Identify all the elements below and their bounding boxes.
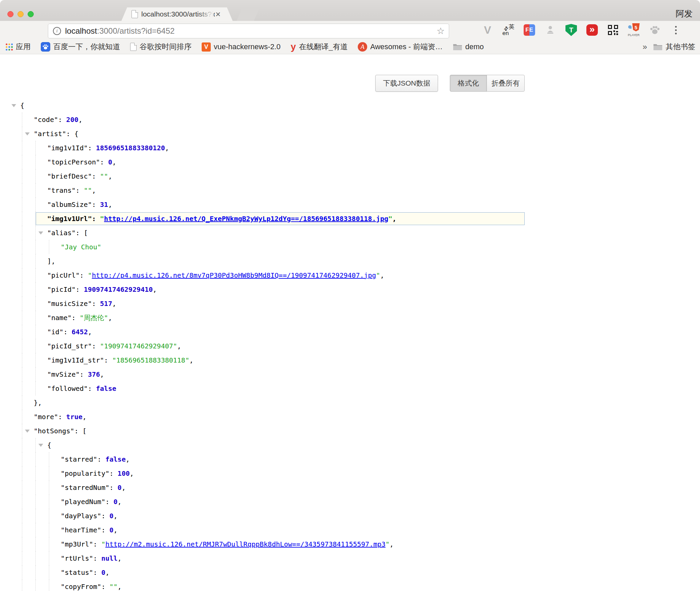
bookmarks-bar: 应用百度一下，你就知道谷歌按时间排序Vvue-hackernews-2.0y在线…	[0, 40, 700, 54]
json-line: "Jay Chou"	[0, 240, 700, 254]
proxy-extension-icon[interactable]	[544, 24, 556, 36]
json-line: "picId": 19097417462929410,	[0, 282, 700, 297]
bookmark-label: 在线翻译_有道	[299, 42, 348, 52]
title-bar: localhost:3000/artists?id=645 × 阿发	[0, 0, 700, 21]
json-line: ],	[0, 254, 700, 268]
json-line: "followed": false	[0, 381, 700, 396]
document-icon	[130, 43, 137, 51]
browser-window: localhost:3000/artists?id=645 × 阿发 ← → ⟳…	[0, 0, 700, 591]
maximize-window-button[interactable]	[28, 11, 34, 17]
profile-name[interactable]: 阿发	[676, 8, 693, 19]
baidu-paw-icon	[41, 42, 50, 52]
close-window-button[interactable]	[7, 11, 13, 17]
tab-title-fade	[198, 10, 214, 18]
collapse-triangle-icon[interactable]	[38, 231, 43, 235]
download-json-button[interactable]: 下载JSON数据	[375, 75, 438, 92]
json-line: "status": 0,	[0, 565, 700, 580]
extensions-row: V 英⇄en FE T » 5 PLAYER	[482, 24, 682, 36]
json-line: "alias": [	[0, 226, 700, 240]
bookmark-item[interactable]: 百度一下，你就知道	[41, 42, 120, 52]
bookmark-items: 应用百度一下，你就知道谷歌按时间排序Vvue-hackernews-2.0y在线…	[0, 42, 484, 52]
vue-devtools-extension-icon[interactable]: V	[482, 24, 494, 36]
json-line: "playedNum": 0,	[0, 495, 700, 509]
bookmark-label: vue-hackernews-2.0	[214, 42, 281, 51]
url-text[interactable]: localhost:3000/artists?id=6452	[65, 26, 175, 36]
collapse-all-button[interactable]: 折叠所有	[487, 75, 525, 92]
page-favicon-icon	[132, 10, 138, 18]
bookmark-label: 应用	[16, 42, 31, 52]
json-line: "img1v1Id": 18569651883380120,	[0, 141, 700, 155]
json-line: "name": "周杰伦",	[0, 311, 700, 325]
bookmark-label: Awesomes - 前端资…	[370, 42, 443, 52]
qr-code-extension-icon[interactable]	[607, 24, 619, 36]
bookmark-item[interactable]: y在线翻译_有道	[291, 42, 348, 52]
fehelper-extension-icon[interactable]: FE	[523, 24, 535, 36]
awesomes-icon: A	[358, 42, 367, 52]
json-line: "picUrl": "http://p4.music.126.net/8mv7q…	[0, 268, 700, 282]
bookmark-label: 百度一下，你就知道	[53, 42, 120, 52]
other-bookmarks-folder[interactable]: 其他书签	[653, 42, 695, 52]
json-line: "copyFrom": "",	[0, 580, 700, 591]
json-line: "img1v1Id_str": "18569651883380118",	[0, 353, 700, 367]
bookmark-item[interactable]: 应用	[5, 42, 31, 52]
minimize-window-button[interactable]	[18, 11, 24, 17]
json-line: "briefDesc": "",	[0, 169, 700, 183]
json-line: "albumSize": 31,	[0, 197, 700, 212]
json-line: "hearTime": 0,	[0, 523, 700, 537]
page-info-icon[interactable]: i	[53, 27, 61, 35]
collapse-triangle-icon[interactable]	[25, 132, 30, 135]
bookmarks-right: » 其他书签	[643, 40, 695, 54]
json-line: {	[0, 98, 700, 113]
bookmark-item[interactable]: 谷歌按时间排序	[130, 42, 192, 52]
json-line: "artist": {	[0, 127, 700, 141]
json-line: "dayPlays": 0,	[0, 509, 700, 523]
player-bird-icon	[628, 25, 632, 29]
folder-icon	[653, 43, 663, 51]
bookmark-item[interactable]: Vvue-hackernews-2.0	[202, 42, 281, 52]
json-url-link[interactable]: http://p4.music.126.net/8mv7qP30Pd3oHW8b…	[92, 271, 376, 279]
json-line: "popularity": 100,	[0, 466, 700, 480]
vue-icon: V	[202, 42, 211, 52]
json-line: "musicSize": 517,	[0, 297, 700, 311]
json-line: "topicPerson": 0,	[0, 155, 700, 169]
video-speed-extension-icon[interactable]: »	[586, 24, 598, 36]
tampermonkey-extension-icon[interactable]: T	[565, 24, 577, 36]
other-bookmarks-label: 其他书签	[666, 42, 695, 52]
json-line: "starred": false,	[0, 452, 700, 466]
html5-player-extension-icon[interactable]: 5 PLAYER	[628, 24, 640, 36]
json-line: "img1v1Url": "http://p4.music.126.net/Q_…	[0, 212, 700, 226]
bookmarks-overflow-chevron[interactable]: »	[643, 42, 647, 52]
address-bar[interactable]: i localhost:3000/artists?id=6452 ☆	[48, 24, 449, 38]
collapse-triangle-icon[interactable]	[38, 444, 43, 447]
collapse-triangle-icon[interactable]	[25, 430, 30, 433]
json-view: {"code": 200,"artist": {"img1v1Id": 1856…	[0, 98, 700, 591]
browser-menu-icon[interactable]	[670, 24, 682, 36]
json-url-link[interactable]: http://p4.music.126.net/Q_ExePNkmgB2yWyL…	[104, 215, 388, 223]
bookmark-label: demo	[465, 42, 484, 51]
translate-extension-icon[interactable]: 英⇄en	[502, 24, 515, 36]
json-line: "code": 200,	[0, 113, 700, 127]
json-line: {	[0, 438, 700, 452]
browser-tab[interactable]: localhost:3000/artists?id=645 ×	[121, 7, 233, 21]
bookmark-item[interactable]: AAwesomes - 前端资…	[358, 42, 443, 52]
json-line: "trans": "",	[0, 183, 700, 197]
json-line: "more": true,	[0, 410, 700, 424]
format-button[interactable]: 格式化	[450, 75, 487, 92]
new-tab-button[interactable]	[237, 9, 259, 21]
bookmark-star-icon[interactable]: ☆	[437, 26, 445, 36]
paw-extension-icon[interactable]	[649, 24, 661, 36]
tab-close-icon[interactable]: ×	[215, 11, 221, 18]
json-line: "picId_str": "19097417462929407",	[0, 339, 700, 353]
apps-grid-icon	[5, 43, 13, 51]
json-url-link[interactable]: http://m2.music.126.net/RMJR7wDullRqppBk…	[105, 540, 385, 548]
youdao-icon: y	[291, 42, 296, 51]
json-line: "rtUrls": null,	[0, 551, 700, 565]
bookmark-label: 谷歌按时间排序	[140, 42, 192, 52]
json-line: "mp3Url": "http://m2.music.126.net/RMJR7…	[0, 537, 700, 551]
json-line: "id": 6452,	[0, 325, 700, 339]
json-line: "mvSize": 376,	[0, 367, 700, 381]
json-line: "hotSongs": [	[0, 424, 700, 438]
folder-icon	[453, 43, 462, 51]
bookmark-item[interactable]: demo	[453, 42, 484, 51]
collapse-triangle-icon[interactable]	[11, 104, 16, 107]
